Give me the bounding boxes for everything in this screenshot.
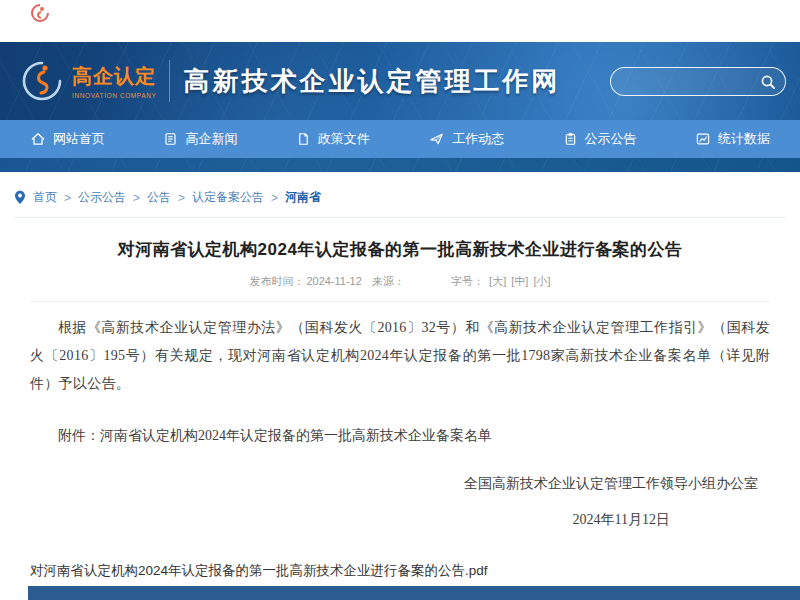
policy-file-icon (296, 131, 311, 147)
publish-date: 2024-11-12 (306, 275, 361, 287)
article: 对河南省认定机构2024年认定报备的第一批高新技术企业进行备案的公告 发布时间：… (0, 238, 800, 580)
footer-bar (28, 586, 800, 600)
page: 高企认定 INNOVATION COMPANY 高新技术企业认定管理工作网 (0, 0, 800, 600)
location-pin-icon (14, 190, 26, 205)
nav-item-home[interactable]: 网站首页 (30, 130, 105, 148)
brand-row: 高企认定 INNOVATION COMPANY 高新技术企业认定管理工作网 (0, 42, 800, 120)
nav-label: 统计数据 (718, 130, 770, 148)
breadcrumb: 首页 > 公示公告 > 公告 > 认定备案公告 > 河南省 (0, 172, 800, 217)
home-icon (30, 131, 46, 147)
site-header: 高企认定 INNOVATION COMPANY 高新技术企业认定管理工作网 (0, 42, 800, 172)
source-label: 来源： (372, 275, 405, 287)
logo-cn-text: 高企认定 (72, 63, 156, 90)
top-strip (0, 0, 800, 42)
nav-label: 高企新闻 (185, 130, 237, 148)
nav-item-statistics[interactable]: 统计数据 (695, 130, 770, 148)
brand-divider (169, 60, 170, 102)
news-icon (163, 131, 178, 147)
nav-item-updates[interactable]: 工作动态 (428, 130, 504, 148)
nav-item-announcements[interactable]: 公示公告 (563, 130, 637, 148)
breadcrumb-item-henan[interactable]: 河南省 (285, 189, 321, 206)
logo-en-text: INNOVATION COMPANY (72, 92, 156, 99)
breadcrumb-separator: > (133, 191, 140, 205)
chart-icon (695, 131, 711, 147)
nav-item-news[interactable]: 高企新闻 (163, 130, 237, 148)
breadcrumb-separator: > (178, 191, 185, 205)
font-size-label: 字号： (451, 275, 484, 287)
nav-label: 网站首页 (53, 130, 105, 148)
mini-logo-icon (30, 3, 50, 25)
font-size-large-button[interactable]: [大] (489, 275, 506, 287)
breadcrumb-item-notice[interactable]: 公告 (147, 189, 171, 206)
signature-date: 2024年11月12日 (30, 506, 770, 534)
breadcrumb-divider (14, 217, 786, 218)
logo-text: 高企认定 INNOVATION COMPANY (72, 63, 156, 99)
search-icon[interactable] (760, 74, 776, 90)
site-title: 高新技术企业认定管理工作网 (183, 64, 560, 99)
site-logo[interactable]: 高企认定 INNOVATION COMPANY (20, 59, 156, 103)
search-box[interactable] (610, 67, 786, 96)
nav-label: 工作动态 (452, 130, 504, 148)
article-paragraph: 根据《高新技术企业认定管理办法》（国科发火〔2016〕32号）和《高新技术企业认… (30, 314, 770, 398)
breadcrumb-item-filing[interactable]: 认定备案公告 (192, 189, 264, 206)
breadcrumb-separator: > (64, 191, 71, 205)
clipboard-icon (563, 131, 578, 147)
publish-time-label: 发布时间： (249, 275, 304, 287)
pdf-attachment-link[interactable]: 对河南省认定机构2024年认定报备的第一批高新技术企业进行备案的公告.pdf (30, 562, 770, 580)
font-size-small-button[interactable]: [小] (533, 275, 550, 287)
paper-plane-icon (428, 131, 445, 147)
search-input[interactable] (611, 75, 760, 89)
nav-item-policy[interactable]: 政策文件 (296, 130, 370, 148)
signature-office: 全国高新技术企业认定管理工作领导小组办公室 (30, 470, 770, 498)
main-nav: 网站首页 高企新闻 政策文件 (0, 120, 800, 158)
breadcrumb-separator: > (271, 191, 278, 205)
font-size-medium-button[interactable]: [中] (511, 275, 528, 287)
article-title: 对河南省认定机构2024年认定报备的第一批高新技术企业进行备案的公告 (30, 238, 770, 261)
logo-swirl-icon (20, 59, 64, 103)
nav-label: 公示公告 (585, 130, 637, 148)
breadcrumb-item-announcements[interactable]: 公示公告 (78, 189, 126, 206)
article-meta: 发布时间：2024-11-12 来源： 字号： [大] [中] [小] (30, 274, 770, 302)
breadcrumb-item-home[interactable]: 首页 (33, 189, 57, 206)
attachment-line: 附件：河南省认定机构2024年认定报备的第一批高新技术企业备案名单 (30, 422, 770, 450)
nav-bottom-strip (0, 158, 800, 172)
nav-label: 政策文件 (318, 130, 370, 148)
